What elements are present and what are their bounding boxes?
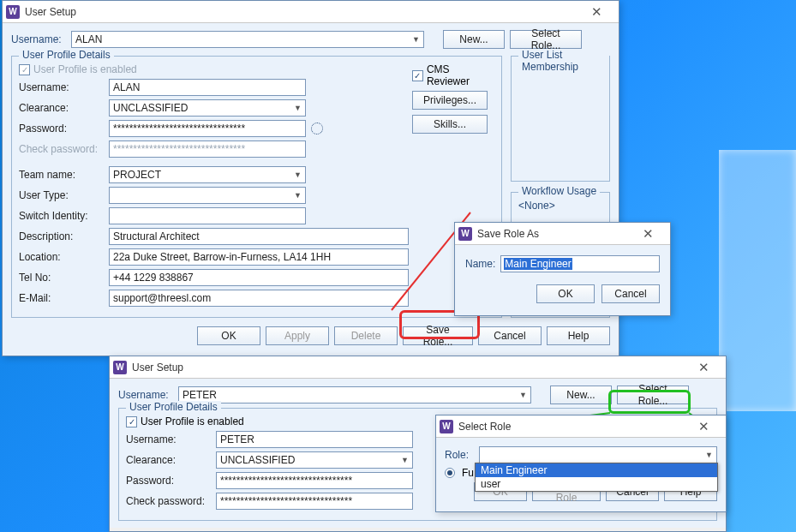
lbl-description: Description: [19, 230, 109, 242]
profile-enabled-checkbox[interactable]: ✓ [126, 416, 137, 427]
lbl-usertype: User Type: [19, 189, 109, 201]
lbl-username: Username: [19, 81, 109, 93]
ok-button[interactable]: OK [536, 284, 595, 303]
app-icon: W [113, 361, 127, 374]
spinner-icon [311, 123, 323, 134]
lbl-checkpwd: Check password: [126, 495, 216, 507]
lbl-teamname: Team name: [19, 169, 109, 181]
usertype-combo[interactable]: ▼ [109, 187, 306, 204]
full-label: Fu [462, 467, 474, 479]
name-input[interactable]: Main Engineer [500, 255, 660, 272]
description-input[interactable] [109, 228, 409, 245]
lbl-location: Location: [19, 251, 109, 263]
window-title: User Setup [25, 6, 579, 18]
profile-enabled-checkbox[interactable]: ✓ [19, 64, 30, 75]
skills-button[interactable]: Skills... [412, 115, 488, 134]
lbl-checkpwd: Check password: [19, 143, 109, 155]
select-role-button[interactable]: Select Role... [617, 386, 689, 404]
cancel-button[interactable]: Cancel [601, 284, 660, 303]
role-label: Role: [445, 449, 474, 461]
role-option-main-engineer[interactable]: Main Engineer [476, 463, 717, 477]
app-icon: W [6, 5, 20, 19]
lbl-clearance: Clearance: [19, 102, 109, 114]
lbl-email: E-Mail: [19, 292, 109, 304]
username-value: ALAN [75, 33, 102, 45]
close-icon[interactable]: ✕ [686, 360, 721, 375]
email-input[interactable] [109, 290, 409, 307]
lbl-telno: Tel No: [19, 272, 109, 284]
role-dropdown[interactable]: Main Engineer user [475, 463, 718, 492]
checkpwd-input [109, 140, 306, 158]
new-button[interactable]: New... [443, 30, 505, 49]
group-legend: Workflow Usage [518, 185, 600, 197]
app-icon: W [458, 227, 472, 241]
chevron-down-icon: ▼ [294, 104, 302, 112]
username-combo[interactable]: ALAN ▼ [71, 31, 424, 48]
close-icon[interactable]: ✕ [631, 226, 665, 242]
profile-enabled-label: User Profile is enabled [141, 415, 244, 427]
help-button[interactable]: Help [547, 326, 610, 345]
teamname-combo[interactable]: PROJECT▼ [109, 166, 306, 183]
new-button[interactable]: New... [550, 386, 612, 404]
clearance-combo[interactable]: UNCLASSIFIED▼ [109, 99, 306, 117]
username-label: Username: [11, 33, 66, 45]
password-input[interactable] [109, 120, 306, 137]
lbl-password: Password: [19, 123, 109, 134]
full-radio[interactable] [445, 468, 455, 478]
chevron-down-icon: ▼ [519, 391, 527, 399]
checkpwd-input[interactable] [216, 493, 413, 510]
lbl-switchid: Switch Identity: [19, 210, 109, 222]
select-role-button[interactable]: Select Role... [510, 30, 582, 49]
user-list-none: <None> [518, 63, 602, 166]
chevron-down-icon: ▼ [401, 456, 409, 464]
user-profile-group: User Profile Details ✓ User Profile is e… [11, 56, 502, 318]
chevron-down-icon: ▼ [294, 170, 302, 179]
privileges-button[interactable]: Privileges... [412, 91, 488, 110]
lbl-clearance: Clearance: [126, 454, 216, 466]
clearance-combo[interactable]: UNCLASSIFIED▼ [216, 451, 413, 469]
close-icon[interactable]: ✕ [686, 419, 721, 434]
dialog-title: Select Role [458, 421, 686, 433]
dialog-title: Save Role As [477, 228, 631, 240]
chevron-down-icon: ▼ [412, 35, 420, 44]
profile-enabled-label: User Profile is enabled [33, 63, 137, 75]
role-combo[interactable]: ▼ [479, 446, 717, 463]
name-label: Name: [465, 258, 495, 270]
lbl-password: Password: [126, 475, 216, 487]
lbl-username: Username: [126, 433, 216, 445]
close-icon[interactable]: ✕ [579, 4, 613, 20]
telno-input[interactable] [109, 269, 409, 286]
group-legend: User Profile Details [19, 49, 114, 61]
save-role-button[interactable]: Save Role... [403, 326, 473, 345]
cms-reviewer-label: CMS Reviewer [427, 63, 494, 87]
titlebar[interactable]: W Select Role ✕ [436, 415, 726, 438]
titlebar[interactable]: W User Setup ✕ [110, 356, 726, 379]
switchid-input[interactable] [109, 207, 306, 224]
save-role-as-dialog: W Save Role As ✕ Name: Main Engineer OK … [454, 222, 671, 316]
cms-reviewer-checkbox[interactable]: ✓ [412, 70, 423, 81]
location-input[interactable] [109, 248, 409, 266]
group-legend: User Profile Details [126, 401, 221, 413]
username-input[interactable] [109, 79, 306, 96]
group-legend: User List Membership [518, 49, 609, 73]
password-input[interactable] [216, 472, 413, 489]
titlebar[interactable]: W User Setup ✕ [3, 1, 619, 23]
titlebar[interactable]: W Save Role As ✕ [455, 223, 670, 245]
username-combo[interactable]: PETER ▼ [178, 386, 531, 403]
app-icon: W [440, 420, 453, 433]
ok-button[interactable]: OK [197, 326, 260, 345]
chevron-down-icon: ▼ [294, 191, 302, 200]
name-value: Main Engineer [504, 258, 572, 270]
delete-button: Delete [334, 326, 398, 345]
username-value: PETER [183, 389, 217, 401]
username-input[interactable] [216, 431, 413, 448]
apply-button: Apply [266, 326, 329, 345]
role-option-user[interactable]: user [476, 477, 717, 491]
chevron-down-icon: ▼ [705, 451, 713, 459]
window-title: User Setup [132, 362, 686, 374]
user-list-membership-group: User List Membership <None> [511, 56, 610, 182]
cancel-button[interactable]: Cancel [478, 326, 542, 345]
username-label: Username: [118, 389, 173, 401]
